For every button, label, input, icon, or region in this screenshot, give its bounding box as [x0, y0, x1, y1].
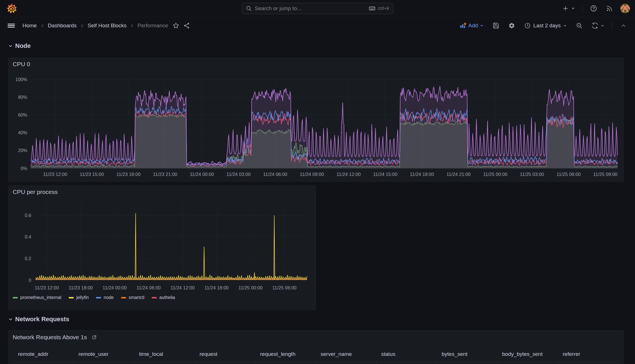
- user-avatar[interactable]: [620, 4, 630, 13]
- section-row-network-requests[interactable]: Network Requests: [8, 316, 69, 323]
- column-header-request_length[interactable]: request_length: [255, 351, 316, 357]
- refresh-icon: [592, 22, 598, 29]
- svg-text:0: 0: [29, 278, 31, 283]
- save-dashboard-button[interactable]: [491, 21, 500, 30]
- legend-label: jellyfin: [76, 295, 89, 300]
- breadcrumb-current: Performance: [137, 23, 168, 29]
- breadcrumb-folder[interactable]: Self Host Blocks: [88, 23, 126, 29]
- chevron-up-icon: [620, 23, 627, 29]
- chevron-down-icon: [571, 6, 575, 10]
- legend-color-pill: [152, 297, 157, 298]
- breadcrumb-home[interactable]: Home: [23, 23, 37, 29]
- svg-text:80%: 80%: [18, 95, 27, 100]
- table-cell-body_bytes_sent: 470: [497, 363, 558, 364]
- time-range-picker[interactable]: Last 2 days: [523, 21, 568, 30]
- svg-text:0.4: 0.4: [25, 234, 31, 239]
- table-row[interactable]: 192.168.50.10424/Nov/2025:10:26GET /jell…: [13, 363, 618, 364]
- legend-color-pill: [13, 297, 18, 298]
- dashboard-settings-button[interactable]: [507, 21, 516, 30]
- svg-text:11/25 06:00: 11/25 06:00: [272, 285, 297, 290]
- svg-text:11/25 06:00: 11/25 06:00: [556, 172, 581, 177]
- add-button[interactable]: Add: [459, 21, 485, 30]
- chevron-right-icon: [41, 24, 44, 28]
- column-header-body_bytes_sent[interactable]: body_bytes_sent: [497, 351, 558, 357]
- column-header-remote_user[interactable]: remote_user: [74, 351, 134, 357]
- legend-label: authelia: [159, 295, 175, 300]
- svg-text:11/23 18:00: 11/23 18:00: [117, 172, 141, 177]
- table-cell-bytes_sent: 1910: [437, 363, 497, 364]
- svg-text:11/24 12:00: 11/24 12:00: [336, 172, 361, 177]
- plus-icon: [562, 5, 569, 12]
- legend-item-authelia[interactable]: authelia: [152, 295, 175, 300]
- cpu0-chart[interactable]: 11/23 12:0011/23 15:0011/23 18:0011/23 2…: [9, 58, 623, 181]
- svg-text:11/24 18:00: 11/24 18:00: [410, 172, 434, 177]
- table-cell-remote_user: [74, 363, 134, 364]
- external-link-icon[interactable]: [91, 334, 97, 340]
- column-header-request[interactable]: request: [195, 351, 255, 357]
- chevron-down-icon: [601, 24, 604, 28]
- legend-item-jellyfin[interactable]: jellyfin: [69, 295, 89, 300]
- favorite-button[interactable]: [171, 21, 180, 30]
- chevron-right-icon: [80, 24, 84, 28]
- news-button[interactable]: [605, 4, 614, 13]
- panel-title[interactable]: Network Requests Above 1s: [13, 334, 87, 341]
- hamburger-icon: [7, 22, 15, 29]
- legend-item-prometheus_internal[interactable]: prometheus_internal: [13, 295, 61, 300]
- share-icon: [183, 22, 190, 29]
- column-header-server_name[interactable]: server_name: [316, 351, 376, 357]
- section-title: Node: [15, 42, 31, 50]
- svg-text:60%: 60%: [18, 112, 27, 117]
- divider: [582, 5, 583, 12]
- svg-text:11/24 18:00: 11/24 18:00: [204, 285, 229, 290]
- mega-menu-toggle[interactable]: [7, 22, 15, 29]
- chevron-down-icon: [563, 24, 567, 28]
- help-button[interactable]: [589, 4, 598, 13]
- svg-text:11/24 06:00: 11/24 06:00: [137, 285, 161, 290]
- table-header-row: remote_addrremote_usertime_localrequestr…: [13, 346, 618, 362]
- search-input[interactable]: Search or jump to... ctrl+k: [242, 3, 393, 14]
- refresh-button[interactable]: [591, 21, 605, 30]
- time-range-label: Last 2 days: [533, 23, 561, 29]
- svg-text:11/24 00:00: 11/24 00:00: [190, 172, 214, 177]
- section-row-node[interactable]: Node: [8, 42, 31, 50]
- column-header-remote_addr[interactable]: remote_addr: [13, 351, 74, 357]
- clock-icon: [524, 22, 531, 29]
- breadcrumb-dashboards[interactable]: Dashboards: [48, 23, 77, 29]
- help-icon: [590, 5, 597, 12]
- kiosk-mode-button[interactable]: [619, 21, 628, 30]
- legend-item-smartctl[interactable]: smartctl: [121, 295, 144, 300]
- new-menu-button[interactable]: [561, 4, 576, 13]
- dashboard-toolbar: Home Dashboards Self Host Blocks Perform…: [0, 17, 635, 34]
- svg-text:11/24 15:00: 11/24 15:00: [373, 172, 397, 177]
- table-cell-time_local: 24/Nov/2025:10:26: [134, 363, 195, 364]
- chevron-down-icon: [8, 317, 13, 321]
- legend-item-node[interactable]: node: [96, 295, 114, 300]
- legend-label: smartctl: [129, 295, 144, 300]
- panel-network-requests-table: Network Requests Above 1s remote_addrrem…: [8, 330, 623, 364]
- svg-text:20%: 20%: [18, 148, 27, 153]
- column-header-referrer[interactable]: referrer: [558, 351, 618, 357]
- svg-text:11/23 15:00: 11/23 15:00: [80, 172, 104, 177]
- top-nav: Search or jump to... ctrl+k: [0, 0, 635, 17]
- zoom-out-time-button[interactable]: [575, 21, 584, 30]
- search-placeholder: Search or jump to...: [255, 5, 369, 12]
- share-button[interactable]: [182, 21, 191, 30]
- legend-label: prometheus_internal: [20, 295, 61, 300]
- svg-text:11/23 12:00: 11/23 12:00: [35, 285, 59, 290]
- column-header-bytes_sent[interactable]: bytes_sent: [437, 351, 497, 357]
- breadcrumb: Home Dashboards Self Host Blocks Perform…: [23, 23, 168, 29]
- magnifier-minus-icon: [576, 22, 583, 29]
- grafana-logo[interactable]: [6, 3, 17, 14]
- column-header-time_local[interactable]: time_local: [134, 351, 195, 357]
- panel-cpu0: CPU 0 11/23 12:0011/23 15:0011/23 18:001…: [8, 58, 623, 182]
- svg-text:11/23 21:00: 11/23 21:00: [153, 172, 177, 177]
- search-icon: [246, 5, 252, 12]
- column-header-status[interactable]: status: [376, 351, 437, 357]
- table-cell-request: GET /jellyfin/web/: [195, 363, 255, 364]
- cpu0-svg: 11/23 12:0011/23 15:0011/23 18:0011/23 2…: [9, 58, 623, 181]
- legend-color-pill: [96, 297, 101, 298]
- cpu-per-process-chart[interactable]: 11/23 12:0011/23 18:0011/24 00:0011/24 0…: [9, 186, 316, 310]
- svg-text:11/23 18:00: 11/23 18:00: [69, 285, 93, 290]
- svg-text:11/24 12:00: 11/24 12:00: [171, 285, 195, 290]
- table-cell-remote_addr: 192.168.50.104: [13, 363, 74, 364]
